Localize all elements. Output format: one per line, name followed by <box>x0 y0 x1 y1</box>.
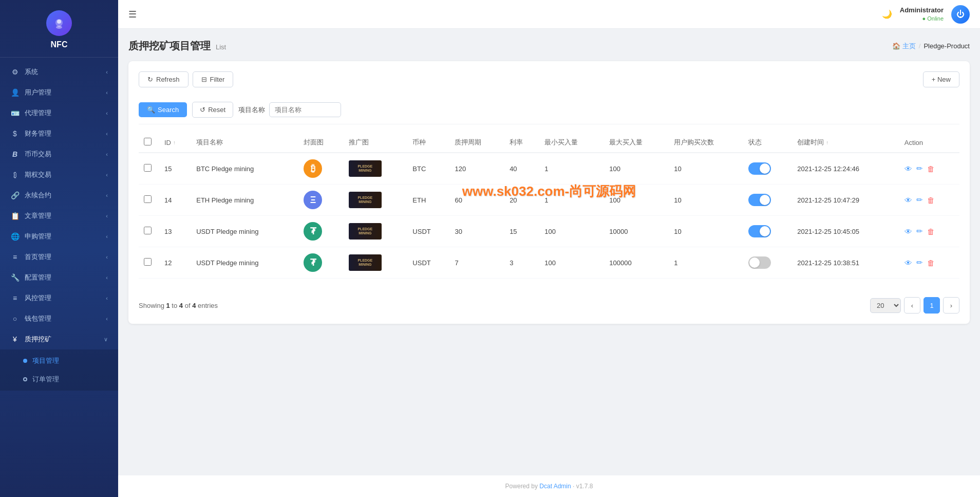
refresh-button[interactable]: ↻ Refresh <box>139 71 189 87</box>
svg-point-2 <box>56 26 62 29</box>
breadcrumb-home-link[interactable]: 🏠 主页 <box>892 42 916 51</box>
cell-name: USDT Pledge mining <box>191 247 298 279</box>
col-promo: 推广图 <box>344 133 407 153</box>
table-header-row: ID ↑ 项目名称 封面图 推广图 币种 质押周期 利率 最小买 <box>139 133 959 153</box>
cell-status <box>743 153 792 185</box>
pledge-icon: ¥ <box>10 335 20 343</box>
cell-coin: USDT <box>407 247 449 279</box>
logo-text: NFC <box>51 40 68 49</box>
sidebar-item-options-trade[interactable]: ₿ 期权交易 ‹ <box>0 164 118 185</box>
cell-cover: ₮ <box>298 216 343 247</box>
view-button[interactable]: 👁 <box>904 227 912 236</box>
footer-link[interactable]: Dcat Admin <box>539 483 571 490</box>
delete-button[interactable]: 🗑 <box>927 164 935 173</box>
cell-coin: USDT <box>407 216 449 247</box>
row-checkbox[interactable] <box>144 164 152 172</box>
sidebar-item-article-mgmt[interactable]: 📋 文章管理 ‹ <box>0 206 118 226</box>
filter-button[interactable]: ⊟ Filter <box>193 71 234 87</box>
select-all-checkbox[interactable] <box>144 138 152 145</box>
cell-cover: ₮ <box>298 247 343 279</box>
edit-button[interactable]: ✏ <box>916 227 923 236</box>
sidebar-item-label: 代理管理 <box>25 108 51 118</box>
col-period: 质押周期 <box>449 133 504 153</box>
prev-page-button[interactable]: ‹ <box>904 297 920 314</box>
footer: Powered by Dcat Admin · v1.7.8 <box>118 475 980 497</box>
reset-button[interactable]: ↺ Reset <box>192 102 233 118</box>
article-icon: 📋 <box>10 212 20 220</box>
chevron-right-icon: ‹ <box>106 233 108 240</box>
sidebar-item-finance-mgmt[interactable]: $ 财务管理 ‹ <box>0 123 118 144</box>
toggle-knob <box>749 257 760 268</box>
inactive-dot <box>23 377 27 381</box>
view-button[interactable]: 👁 <box>904 164 912 173</box>
view-button[interactable]: 👁 <box>904 196 912 205</box>
sidebar-item-label: 质押挖矿 <box>25 335 51 344</box>
project-name-input[interactable] <box>269 102 341 117</box>
col-rate: 利率 <box>504 133 539 153</box>
sidebar: NFC ⚙ 系统 ‹ 👤 用户管理 ‹ 🪪 代理管理 <box>0 0 118 497</box>
col-action: Action <box>899 133 959 153</box>
page-size-select[interactable]: 20 50 100 <box>870 298 901 313</box>
status-toggle[interactable] <box>748 225 771 237</box>
dark-mode-icon[interactable]: 🌙 <box>882 9 892 19</box>
search-button[interactable]: 🔍 Search <box>139 102 187 117</box>
cell-coin: ETH <box>407 185 449 216</box>
edit-button[interactable]: ✏ <box>916 195 923 205</box>
reset-icon: ↺ <box>200 106 205 114</box>
breadcrumb-current: Pledge-Product <box>924 42 970 50</box>
cell-name: BTC Pledge mining <box>191 153 298 185</box>
table-row: 12 USDT Pledge mining ₮ PLEDGEMINING USD… <box>139 247 959 279</box>
view-button[interactable]: 👁 <box>904 259 912 267</box>
topbar: ☰ 🌙 Administrator Online ⏻ <box>118 0 980 29</box>
sidebar-item-coin-trade[interactable]: B 币币交易 ‹ <box>0 144 118 164</box>
submenu-item-project-mgmt[interactable]: 项目管理 <box>0 352 118 370</box>
edit-button[interactable]: ✏ <box>916 164 923 173</box>
sidebar-logo: NFC <box>0 0 118 58</box>
sidebar-item-label: 配置管理 <box>25 273 51 282</box>
cell-min-buy: 1 <box>539 185 604 216</box>
sidebar-item-risk-mgmt[interactable]: ≡ 风控管理 ‹ <box>0 288 118 308</box>
sidebar-item-config-mgmt[interactable]: 🔧 配置管理 ‹ <box>0 267 118 288</box>
cell-id: 12 <box>159 247 191 279</box>
cell-id: 13 <box>159 216 191 247</box>
cell-cover: Ξ <box>298 185 343 216</box>
col-coin: 币种 <box>407 133 449 153</box>
sidebar-item-home-mgmt[interactable]: ≡ 首页管理 ‹ <box>0 247 118 267</box>
power-button[interactable]: ⏻ <box>951 5 970 24</box>
cell-buy-count: 1 <box>669 247 743 279</box>
delete-button[interactable]: 🗑 <box>927 196 935 205</box>
next-page-button[interactable]: › <box>943 297 959 314</box>
status-toggle[interactable] <box>748 194 771 206</box>
cell-max-buy: 10000 <box>604 216 669 247</box>
row-checkbox[interactable] <box>144 258 152 266</box>
col-id: ID ↑ <box>159 133 191 153</box>
chevron-right-icon: ‹ <box>106 192 108 198</box>
sidebar-item-agent-mgmt[interactable]: 🪪 代理管理 ‹ <box>0 103 118 123</box>
sidebar-item-user-mgmt[interactable]: 👤 用户管理 ‹ <box>0 82 118 103</box>
toggle-knob <box>760 195 770 205</box>
cell-action: 👁 ✏ 🗑 <box>899 216 959 247</box>
cell-period: 60 <box>449 185 504 216</box>
sidebar-item-system[interactable]: ⚙ 系统 ‹ <box>0 62 118 82</box>
submenu-item-order-mgmt[interactable]: 订单管理 <box>0 370 118 389</box>
status-toggle[interactable] <box>748 162 771 175</box>
page-1-button[interactable]: 1 <box>924 297 940 314</box>
row-checkbox[interactable] <box>144 227 152 234</box>
cell-rate: 3 <box>504 247 539 279</box>
row-checkbox[interactable] <box>144 195 152 203</box>
sidebar-item-wallet-mgmt[interactable]: ○ 钱包管理 ‹ <box>0 308 118 329</box>
edit-button[interactable]: ✏ <box>916 258 923 267</box>
chevron-right-icon: ‹ <box>106 172 108 178</box>
cell-rate: 20 <box>504 185 539 216</box>
sidebar-item-label: 财务管理 <box>25 129 51 138</box>
menu-toggle-button[interactable]: ☰ <box>128 9 137 20</box>
sidebar-item-subscribe-mgmt[interactable]: 🌐 申购管理 ‹ <box>0 226 118 247</box>
sidebar-item-pledge-mining[interactable]: ¥ 质押挖矿 ∨ <box>0 329 118 349</box>
cell-max-buy: 100 <box>604 185 669 216</box>
sidebar-item-perpetual[interactable]: 🔗 永续合约 ‹ <box>0 185 118 206</box>
new-button[interactable]: + New <box>923 71 959 87</box>
delete-button[interactable]: 🗑 <box>927 227 935 236</box>
status-toggle[interactable] <box>748 256 771 269</box>
delete-button[interactable]: 🗑 <box>927 259 935 267</box>
search-bar: 🔍 Search ↺ Reset 项目名称 <box>139 96 959 124</box>
